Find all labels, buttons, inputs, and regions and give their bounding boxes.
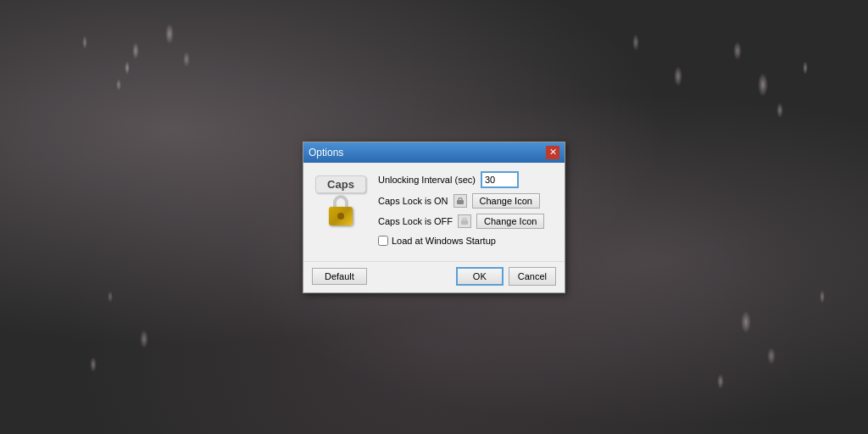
unlocking-interval-input[interactable] xyxy=(481,171,519,188)
ok-button[interactable]: OK xyxy=(456,267,504,286)
dialog-content-area: Caps Unlocking Interval (sec) xyxy=(312,171,556,246)
lock-icon xyxy=(324,195,358,229)
caps-icon-inner: Caps xyxy=(315,175,366,235)
load-startup-checkbox[interactable] xyxy=(378,236,388,246)
dialog-footer: Default OK Cancel xyxy=(303,261,565,292)
caps-lock-on-row: Caps Lock is ON Change Icon xyxy=(378,193,556,209)
dialog-body: Caps Unlocking Interval (sec) xyxy=(303,163,565,261)
dialog-titlebar: Options ✕ xyxy=(303,142,565,163)
lock-shackle xyxy=(333,195,348,207)
change-icon-off-button[interactable]: Change Icon xyxy=(476,214,544,229)
options-dialog: Options ✕ Caps xyxy=(303,142,565,293)
change-icon-on-button[interactable]: Change Icon xyxy=(472,193,540,209)
cancel-button[interactable]: Cancel xyxy=(509,267,556,286)
unlocking-interval-row: Unlocking Interval (sec) xyxy=(378,171,556,188)
unlocking-interval-label: Unlocking Interval (sec) xyxy=(378,175,476,185)
dialog-close-button[interactable]: ✕ xyxy=(546,146,559,159)
caps-icon-area: Caps xyxy=(312,171,370,239)
svg-rect-0 xyxy=(457,200,464,204)
load-startup-label[interactable]: Load at Windows Startup xyxy=(392,236,496,246)
dialog-title: Options xyxy=(309,147,343,159)
default-button[interactable]: Default xyxy=(312,268,367,285)
caps-lock-off-label: Caps Lock is OFF xyxy=(378,216,453,226)
svg-rect-1 xyxy=(461,220,468,225)
load-startup-row: Load at Windows Startup xyxy=(378,236,556,246)
caps-lock-off-icon xyxy=(458,214,471,228)
caps-lock-on-icon xyxy=(453,194,467,208)
caps-lock-on-label: Caps Lock is ON xyxy=(378,196,448,206)
options-form: Unlocking Interval (sec) Caps Lock is ON xyxy=(378,171,556,246)
footer-right-buttons: OK Cancel xyxy=(456,267,556,286)
caps-text: Caps xyxy=(315,175,366,193)
lock-body xyxy=(329,207,353,225)
caps-lock-off-row: Caps Lock is OFF Change Icon xyxy=(378,214,556,229)
dialog-overlay: Options ✕ Caps xyxy=(0,0,868,434)
